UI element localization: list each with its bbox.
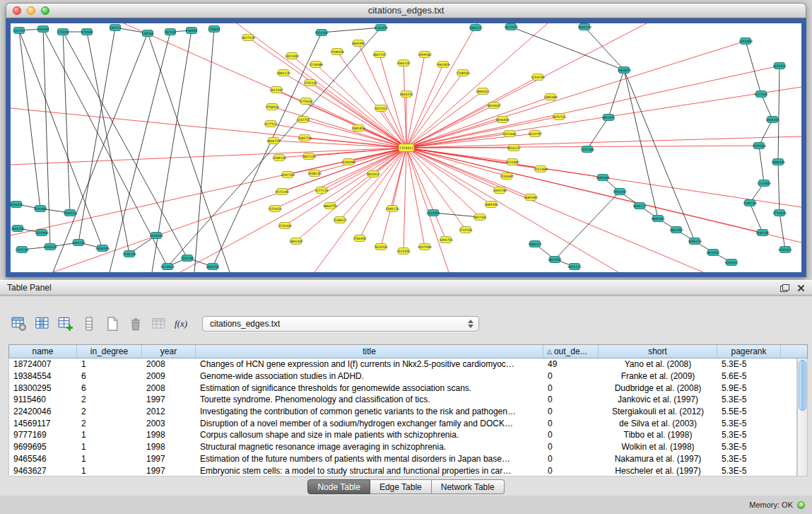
graph-node[interactable]: 2208058 [330,49,344,55]
graph-node[interactable]: 7891971 [601,115,616,121]
graph-node[interactable]: 1085718 [298,135,312,141]
graph-node[interactable]: 1824502 [706,250,720,256]
float-panel-icon[interactable] [780,284,789,292]
table-row[interactable]: 977716911998Corpus callosum shape and si… [9,429,796,441]
graph-node[interactable]: 1755141 [303,80,317,86]
graph-node[interactable]: 1538022 [333,217,347,223]
graph-node[interactable]: 1810647 [487,103,501,109]
graph-node[interactable]: 8130474 [374,25,388,31]
graph-node[interactable]: 9227441 [754,91,768,98]
graph-node[interactable]: 1849302 [651,216,665,222]
graph-node[interactable]: 1054808 [739,38,753,45]
tab-node-table[interactable]: Node Table [307,479,370,494]
table-selector-dropdown[interactable]: citations_edges.txt [202,316,479,332]
graph-node[interactable]: 208444 [186,28,198,34]
graph-node[interactable]: 1685493 [484,201,498,208]
graph-node[interactable]: 9725244 [275,189,289,195]
graph-node[interactable]: 1758418 [265,104,279,110]
graph-node[interactable]: 1938135 [307,170,322,177]
table-gear-icon[interactable] [10,315,28,333]
graph-node[interactable]: 1088544 [771,159,785,165]
graph-node[interactable]: 1964874 [617,67,631,74]
close-window-button[interactable] [13,6,21,15]
table-row[interactable]: 1456911722003Disruption of a novel membe… [9,417,796,429]
graph-node[interactable]: 1495758 [493,187,507,194]
graph-node[interactable]: 1926053 [149,233,163,239]
graph-node[interactable]: 1890411 [476,88,490,95]
graph-hub-node[interactable]: 1724012 [399,144,414,152]
graph-node[interactable]: 1107150 [15,247,29,253]
graph-node[interactable]: 2026055 [11,201,23,208]
graph-node[interactable]: 1590515 [63,210,77,216]
scrollbar-thumb[interactable] [799,360,806,411]
graph-node[interactable]: 1151468 [580,146,594,153]
graph-node[interactable]: 9455122 [567,264,582,270]
table-add-icon[interactable] [57,315,75,333]
column-header-year[interactable]: year [142,345,196,358]
graph-node[interactable]: 1083282 [755,230,770,236]
graph-node[interactable]: 1834209 [577,24,592,30]
network-canvas[interactable]: 1617412054091754099759441847221387661821… [11,23,801,272]
graph-node[interactable]: 1803021 [366,171,380,177]
graph-node[interactable]: 1860124 [276,70,290,76]
tab-network-table[interactable]: Network Table [432,479,505,494]
graph-node[interactable]: 175409 [57,29,69,35]
function-icon[interactable]: f(x) [173,315,192,333]
graph-node[interactable]: 1434315 [765,117,779,123]
graph-node[interactable]: 7993197 [613,189,627,195]
graph-node[interactable]: 1142752 [296,117,310,123]
graph-node[interactable]: 138766 [142,30,154,37]
graph-node[interactable]: 1314459 [426,210,440,216]
graph-node[interactable]: 1696123 [688,238,702,245]
trash-icon[interactable] [126,315,145,333]
window-titlebar[interactable]: citations_edges.txt [6,3,806,18]
minimize-window-button[interactable] [27,6,35,15]
table-row[interactable]: 2242004622012Investigating the contribut… [9,406,796,418]
graph-node[interactable]: 1812037 [269,87,283,93]
graph-node[interactable]: 1092743 [281,172,295,178]
graph-node[interactable]: 1591845 [33,206,47,212]
graph-node[interactable]: 1960122 [469,25,483,31]
column-header-in_degree[interactable]: in_degree [77,345,142,358]
graph-node[interactable]: 975944 [81,29,93,35]
graph-node[interactable]: 1081813 [351,125,365,132]
graph-node[interactable]: 1891447 [289,238,303,245]
column-header-pagerank[interactable]: pagerank [717,345,781,358]
graph-node[interactable]: 1960137 [396,60,411,66]
graph-node[interactable]: 1127512 [264,121,278,127]
table-scrollbar[interactable] [797,358,808,477]
graph-node[interactable]: 1325906 [35,230,49,236]
graph-node[interactable]: 1823501 [548,257,562,263]
graph-node[interactable]: 1269193 [743,200,757,206]
graph-node[interactable]: 1835291 [206,264,220,270]
graph-node[interactable]: 1495755 [439,237,453,243]
graph-node[interactable]: 1861452 [669,227,683,233]
graph-node[interactable]: 1915482 [505,159,519,165]
graph-node[interactable]: 1559583 [752,143,766,149]
graph-node[interactable]: 1151469 [534,166,548,173]
table-row[interactable]: 946554611997Estimation of the future num… [9,453,796,465]
table-row[interactable]: 1830029562008Estimation of significance … [9,382,796,394]
graph-node[interactable]: 1816127 [507,145,521,151]
graph-node[interactable]: 161741 [13,28,25,34]
graph-node[interactable]: 1655952 [772,63,787,69]
column-header-title[interactable]: title [196,345,543,358]
graph-node[interactable]: 1811904 [285,53,299,59]
graph-node[interactable]: 7355280 [180,255,194,262]
graph-node[interactable]: 2204697 [500,173,514,180]
graph-node[interactable]: 1322011 [374,105,388,112]
graph-node[interactable]: 1177113 [314,187,329,194]
graph-node[interactable]: 1663251 [399,91,413,98]
table-row[interactable]: 969969511998Structural magnetic resonanc… [9,441,796,453]
graph-node[interactable]: 1936103 [122,251,136,257]
table-row[interactable]: 911546021997Tourette syndrome. Phenomeno… [9,394,796,406]
graph-node[interactable]: 205409 [37,26,49,33]
graph-node[interactable]: 1321606 [502,131,517,137]
graph-node[interactable]: 1726344 [278,223,292,229]
graph-node[interactable]: 1806717 [266,138,281,144]
tab-edge-table[interactable]: Edge Table [370,479,432,494]
graph-node[interactable]: 1748503 [456,70,470,76]
graph-node[interactable]: 1770654 [772,210,787,216]
graph-node[interactable]: 9314824 [160,264,175,270]
graph-node[interactable]: 1959582 [418,52,432,58]
